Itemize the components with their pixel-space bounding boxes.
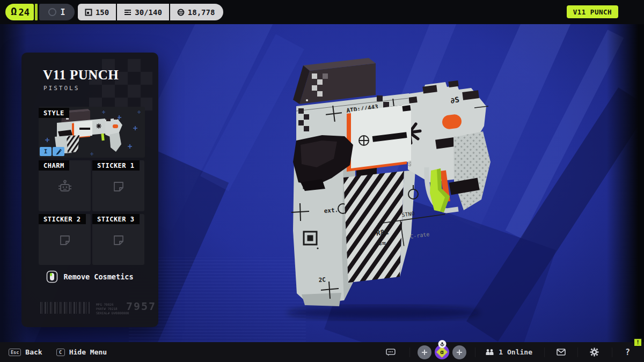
- avatar-glyph: ɑ: [441, 349, 444, 356]
- cross-marker-icon: [325, 105, 342, 122]
- gun-upper-receiver: ATD://443: [296, 93, 409, 172]
- asterisk-marker-icon: [397, 120, 421, 144]
- gun-rear-body: ∂S GSE 1.1 NCM511 STNO R8E ≈≈ C-rate: [374, 80, 488, 249]
- barcode-decor: [40, 302, 90, 314]
- frame-icon: [85, 9, 92, 16]
- level-value: 24: [18, 7, 29, 18]
- robot-charm-icon: [57, 179, 73, 194]
- back-button[interactable]: Esc Back: [9, 348, 42, 356]
- checker-decor: [89, 59, 152, 112]
- weapon-category: PISTOLS: [43, 85, 79, 92]
- embark-logo-icon: Ω: [11, 6, 17, 17]
- level-pill[interactable]: Ω 24: [5, 4, 34, 20]
- plus-icon: [456, 349, 463, 356]
- notification-badge[interactable]: !: [633, 338, 642, 347]
- customization-panel: V11 PUNCH PISTOLS: [21, 53, 158, 327]
- gun-label-r8e: R8E: [376, 227, 389, 237]
- gun-orange-card: [347, 104, 411, 172]
- credits-icon: [177, 9, 185, 16]
- style-badges: I: [40, 147, 64, 156]
- stat-frames-value: 150: [96, 8, 109, 17]
- slot-sticker-1-label: STICKER 1: [92, 160, 140, 171]
- footer-line: MFG 70026: [96, 302, 129, 307]
- style-edit-badge: [53, 147, 64, 156]
- equipped-weapon-badge: V11 PUNCH: [567, 5, 618, 18]
- slot-sticker-1[interactable]: STICKER 1: [92, 160, 144, 211]
- slot-sticker-2[interactable]: STICKER 2: [39, 214, 91, 265]
- players-online-icon: [485, 349, 494, 356]
- top-bar: Ω 24 I 150 30/140 18,778: [0, 0, 644, 24]
- gun-mid-strip: [400, 170, 415, 277]
- bar-divider: [577, 348, 578, 357]
- add-party-member-button[interactable]: [418, 345, 431, 359]
- notification-badge-label: !: [636, 339, 640, 346]
- gun-label-crate: C-rate: [410, 231, 430, 240]
- bar-divider: [475, 348, 475, 357]
- bracket-marker-icon: [304, 232, 317, 245]
- cross-marker-icon: [385, 98, 402, 115]
- panel-footer-decor: MFG 70026 PART# 70218 SERIAL# DV0000000 …: [40, 301, 145, 319]
- rank-pill[interactable]: I: [39, 4, 75, 20]
- slot-charm[interactable]: CHARM: [39, 160, 91, 211]
- mail-icon: [557, 349, 566, 356]
- online-status[interactable]: 1 Online: [485, 348, 532, 356]
- stat-credits[interactable]: 18,778: [170, 4, 224, 20]
- chat-icon: [386, 349, 396, 356]
- cross-marker-icon: [291, 203, 309, 221]
- currency-group: 150 30/140 18,778: [78, 4, 223, 20]
- remove-cosmetics-label: Remove Cosmetics: [63, 272, 133, 281]
- slot-sticker-3[interactable]: STICKER 3: [92, 214, 144, 265]
- gun-orange-pill: [441, 114, 462, 130]
- slot-sticker-2-label: STICKER 2: [39, 214, 86, 224]
- gun-dark-block: [293, 135, 353, 191]
- style-tier-badge: I: [40, 147, 52, 156]
- level-pill-divider: [35, 4, 38, 20]
- esc-key-icon: Esc: [9, 349, 21, 356]
- c-key-icon: C: [56, 349, 65, 356]
- sticker-icon: [111, 179, 126, 194]
- bar-divider: [612, 348, 612, 357]
- style-edit-icon: [55, 149, 62, 155]
- inbox-button[interactable]: [557, 349, 566, 356]
- stat-frames[interactable]: 150: [78, 4, 117, 20]
- sticker-icon: [57, 233, 72, 248]
- help-button[interactable]: ?: [625, 348, 630, 357]
- gun-shadow: [287, 306, 480, 320]
- gun-suppressor: [293, 58, 376, 104]
- sticker-icon: [111, 233, 126, 248]
- dot-matrix-digits: 7957: [126, 300, 156, 313]
- cosmetic-slots: CHARM STICKER 1 STICKER 2: [39, 160, 144, 265]
- gun-grip: [449, 131, 491, 210]
- gun-label-stno: STNO: [401, 210, 415, 218]
- rank-ring-icon: [48, 8, 56, 16]
- gun-spec-table: STNO R8E ≈≈ C-rate: [374, 206, 448, 250]
- stat-rounds[interactable]: 30/140: [117, 4, 170, 20]
- remove-cosmetics-button[interactable]: Remove Cosmetics: [21, 270, 158, 283]
- hide-menu-button[interactable]: C Hide Menu: [56, 348, 107, 356]
- bar-divider: [544, 348, 545, 357]
- gun-trigger-group: [427, 167, 458, 212]
- back-label: Back: [25, 348, 42, 356]
- bottom-bar: Esc Back C Hide Menu ɑ: [0, 342, 644, 362]
- gun-label-ext: ext.: [324, 206, 338, 215]
- footer-line: SERIAL# DV0000000: [96, 311, 129, 315]
- footer-spec-lines: MFG 70026 PART# 70218 SERIAL# DV0000000: [96, 302, 129, 315]
- gun-front-column: ext. 2C: [291, 155, 355, 306]
- gun-label-atd: ATD://443: [346, 104, 379, 114]
- chat-button[interactable]: [386, 349, 396, 356]
- add-party-member-button[interactable]: [452, 345, 466, 359]
- mouse-click-icon: [46, 270, 58, 283]
- gun-label-wave: ≈≈: [377, 239, 387, 248]
- microphone-badge-icon: [438, 340, 446, 348]
- circle-cross-icon: [359, 136, 369, 145]
- slot-charm-label: CHARM: [39, 160, 69, 171]
- footer-line: PART# 70218: [96, 307, 129, 311]
- help-label: ?: [625, 348, 630, 357]
- online-count-label: 1 Online: [499, 348, 532, 356]
- bar-divider: [409, 348, 410, 357]
- rank-value: I: [60, 8, 65, 17]
- player-avatar[interactable]: ɑ: [435, 345, 449, 359]
- bracket-marker-icon: [304, 175, 317, 188]
- settings-button[interactable]: [590, 348, 599, 357]
- cross-marker-icon: [321, 282, 339, 299]
